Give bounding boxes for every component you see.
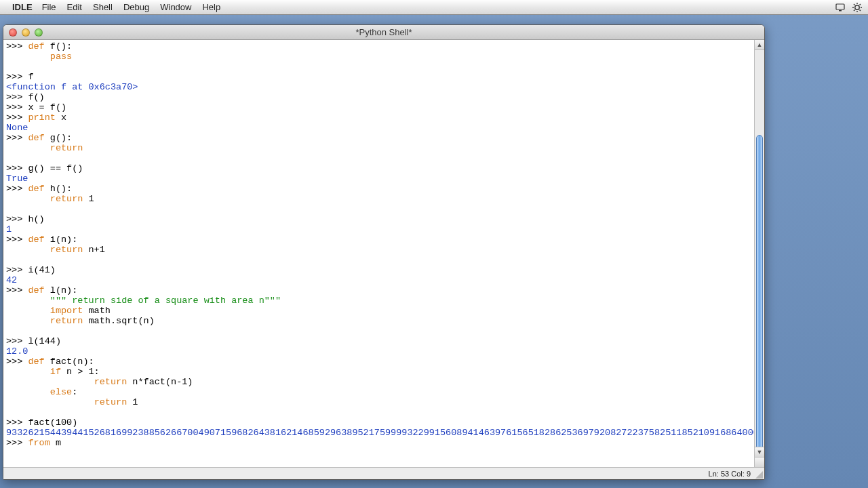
gear-icon[interactable]: [852, 2, 863, 13]
svg-rect-1: [839, 10, 842, 12]
menu-window[interactable]: Window: [160, 2, 191, 12]
app-menu[interactable]: IDLE: [12, 2, 33, 12]
resize-grip[interactable]: [755, 470, 763, 479]
menu-debug[interactable]: Debug: [123, 2, 149, 12]
svg-line-9: [854, 9, 855, 11]
svg-line-8: [860, 9, 861, 11]
close-button[interactable]: [9, 28, 17, 37]
zoom-button[interactable]: [35, 28, 43, 37]
scroll-thumb[interactable]: [756, 135, 763, 453]
window-title: *Python Shell*: [3, 27, 764, 37]
menu-help[interactable]: Help: [202, 2, 220, 12]
vertical-scrollbar[interactable]: ▲ ▼: [754, 40, 764, 467]
menubar-tray: [835, 2, 863, 13]
shell-text-area[interactable]: >>> def f(): pass >>> f <function f at 0…: [3, 40, 754, 467]
status-line: Ln: 53 Col: 9: [709, 470, 751, 478]
svg-point-2: [855, 5, 859, 9]
window-titlebar[interactable]: *Python Shell*: [3, 25, 764, 40]
traffic-lights: [9, 28, 43, 37]
scroll-down-arrow[interactable]: ▼: [755, 447, 764, 457]
menu-shell[interactable]: Shell: [93, 2, 113, 12]
display-icon[interactable]: [835, 2, 846, 13]
menu-file[interactable]: File: [42, 2, 56, 12]
menu-edit[interactable]: Edit: [67, 2, 82, 12]
minimize-button[interactable]: [22, 28, 30, 37]
svg-rect-0: [836, 4, 844, 9]
scroll-corner: [755, 457, 764, 467]
svg-line-7: [854, 4, 855, 5]
svg-line-10: [860, 4, 861, 5]
scroll-up-arrow[interactable]: ▲: [755, 40, 764, 50]
python-shell-window: *Python Shell* >>> def f(): pass >>> f <…: [3, 24, 765, 480]
mac-menubar: IDLE File Edit Shell Debug Window Help: [0, 0, 868, 15]
statusbar: Ln: 53 Col: 9: [3, 467, 764, 479]
